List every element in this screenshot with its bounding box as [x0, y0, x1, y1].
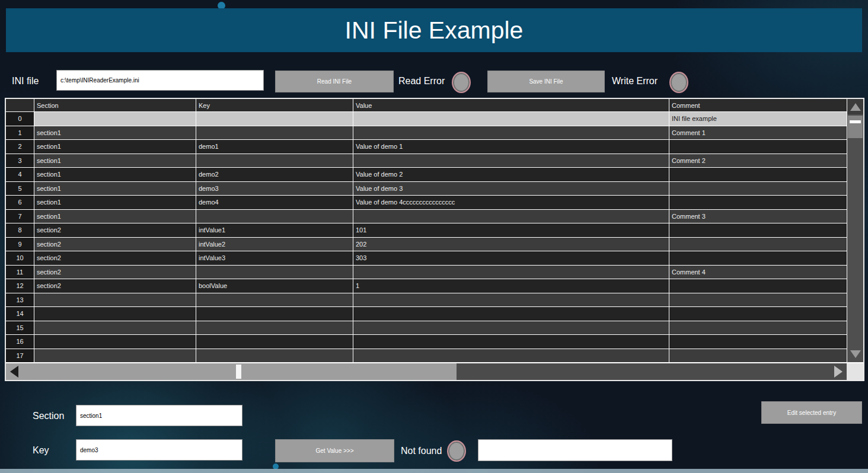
cell-value-row1[interactable]: [353, 126, 669, 140]
cell-key-row13[interactable]: [196, 293, 353, 307]
cell-value-row8[interactable]: 101: [353, 223, 669, 237]
cell-comment-row0[interactable]: INI file example: [669, 112, 847, 126]
read-ini-file-button[interactable]: Read INI File: [275, 71, 394, 92]
cell-value-row17[interactable]: [353, 349, 669, 363]
cell-value-row6[interactable]: Value of demo 4cccccccccccccccc: [353, 196, 669, 209]
cell-comment-row5[interactable]: [669, 182, 847, 196]
cell-value-row4[interactable]: Value of demo 2: [353, 168, 669, 181]
cell-section-row1[interactable]: section1: [34, 126, 196, 140]
cell-key-row15[interactable]: [196, 321, 353, 335]
cell-section-row9[interactable]: section2: [34, 238, 196, 251]
row-index-5[interactable]: 5: [6, 182, 34, 196]
cell-section-row7[interactable]: section1: [34, 210, 196, 223]
cell-value-row2[interactable]: Value of demo 1: [353, 140, 669, 154]
cell-section-row12[interactable]: section2: [34, 279, 196, 293]
cell-key-row5[interactable]: demo3: [196, 182, 353, 196]
cell-key-row10[interactable]: intValue3: [196, 251, 353, 265]
row-index-3[interactable]: 3: [6, 154, 34, 168]
column-header-section[interactable]: Section: [34, 99, 196, 111]
row-index-1[interactable]: 1: [6, 126, 34, 140]
column-header-value[interactable]: Value: [353, 99, 669, 111]
cell-value-row7[interactable]: [353, 210, 669, 223]
cell-comment-row3[interactable]: Comment 2: [669, 154, 847, 168]
cell-comment-row2[interactable]: [669, 140, 847, 154]
cell-comment-row7[interactable]: Comment 3: [669, 210, 847, 223]
horizontal-scrollbar-track-right[interactable]: [457, 363, 830, 380]
cell-key-row17[interactable]: [196, 349, 353, 363]
row-index-4[interactable]: 4: [6, 168, 34, 181]
cell-key-row0[interactable]: [196, 112, 353, 126]
column-header-comment[interactable]: Comment: [669, 99, 847, 111]
cell-value-row15[interactable]: [353, 321, 669, 335]
cell-key-row6[interactable]: demo4: [196, 196, 353, 209]
row-index-8[interactable]: 8: [6, 223, 34, 237]
cell-section-row11[interactable]: section2: [34, 266, 196, 279]
horizontal-scrollbar-thumb[interactable]: [236, 365, 241, 379]
cell-key-row12[interactable]: boolValue: [196, 279, 353, 293]
row-index-15[interactable]: 15: [6, 321, 34, 335]
value-result-input[interactable]: [478, 439, 672, 461]
cell-comment-row17[interactable]: [669, 349, 847, 363]
cell-section-row13[interactable]: [34, 293, 196, 307]
edit-selected-entry-button[interactable]: Edit selected entry: [761, 401, 862, 424]
cell-comment-row10[interactable]: [669, 251, 847, 265]
cell-comment-row1[interactable]: Comment 1: [669, 126, 847, 140]
vertical-scrollbar-thumb[interactable]: [848, 116, 863, 138]
key-input[interactable]: [76, 439, 242, 461]
cell-comment-row14[interactable]: [669, 307, 847, 321]
cell-key-row1[interactable]: [196, 126, 353, 140]
scroll-left-button[interactable]: [6, 363, 23, 380]
cell-key-row14[interactable]: [196, 307, 353, 321]
cell-section-row4[interactable]: section1: [34, 168, 196, 181]
cell-key-row4[interactable]: demo2: [196, 168, 353, 181]
cell-key-row7[interactable]: [196, 210, 353, 223]
cell-section-row10[interactable]: section2: [34, 251, 196, 265]
cell-section-row14[interactable]: [34, 307, 196, 321]
row-index-11[interactable]: 11: [6, 266, 34, 279]
cell-key-row8[interactable]: intValue1: [196, 223, 353, 237]
cell-key-row3[interactable]: [196, 154, 353, 168]
row-index-13[interactable]: 13: [6, 293, 34, 307]
cell-value-row12[interactable]: 1: [353, 279, 669, 293]
column-header-key[interactable]: Key: [196, 99, 353, 111]
row-index-17[interactable]: 17: [6, 349, 34, 363]
cell-key-row2[interactable]: demo1: [196, 140, 353, 154]
vertical-scrollbar-track[interactable]: [847, 99, 863, 362]
scroll-up-button[interactable]: [847, 99, 863, 114]
cell-value-row13[interactable]: [353, 293, 669, 307]
cell-section-row2[interactable]: section1: [34, 140, 196, 154]
cell-comment-row13[interactable]: [669, 293, 847, 307]
row-index-12[interactable]: 12: [6, 279, 34, 293]
row-index-14[interactable]: 14: [6, 307, 34, 321]
save-ini-file-button[interactable]: Save INI File: [487, 71, 605, 92]
cell-value-row0[interactable]: [353, 112, 669, 126]
cell-section-row8[interactable]: section2: [34, 223, 196, 237]
cell-value-row10[interactable]: 303: [353, 251, 669, 265]
cell-key-row16[interactable]: [196, 335, 353, 349]
ini-file-path-input[interactable]: [56, 70, 264, 91]
cell-section-row17[interactable]: [34, 349, 196, 363]
cell-section-row3[interactable]: section1: [34, 154, 196, 168]
cell-value-row11[interactable]: [353, 266, 669, 279]
cell-comment-row8[interactable]: [669, 223, 847, 237]
cell-value-row9[interactable]: 202: [353, 238, 669, 251]
cell-key-row9[interactable]: intValue2: [196, 238, 353, 251]
row-index-0[interactable]: 0: [6, 112, 34, 126]
cell-value-row14[interactable]: [353, 307, 669, 321]
get-value-button[interactable]: Get Value >>>: [275, 439, 394, 462]
row-index-10[interactable]: 10: [6, 251, 34, 265]
scroll-down-button[interactable]: [847, 346, 863, 362]
cell-value-row16[interactable]: [353, 335, 669, 349]
row-index-6[interactable]: 6: [6, 196, 34, 209]
cell-section-row5[interactable]: section1: [34, 182, 196, 196]
cell-section-row16[interactable]: [34, 335, 196, 349]
cell-comment-row4[interactable]: [669, 168, 847, 181]
row-index-9[interactable]: 9: [6, 238, 34, 251]
cell-comment-row9[interactable]: [669, 238, 847, 251]
cell-value-row5[interactable]: Value of demo 3: [353, 182, 669, 196]
section-input[interactable]: [76, 405, 242, 426]
cell-key-row11[interactable]: [196, 266, 353, 279]
row-index-7[interactable]: 7: [6, 210, 34, 223]
cell-comment-row12[interactable]: [669, 279, 847, 293]
cell-comment-row6[interactable]: [669, 196, 847, 209]
